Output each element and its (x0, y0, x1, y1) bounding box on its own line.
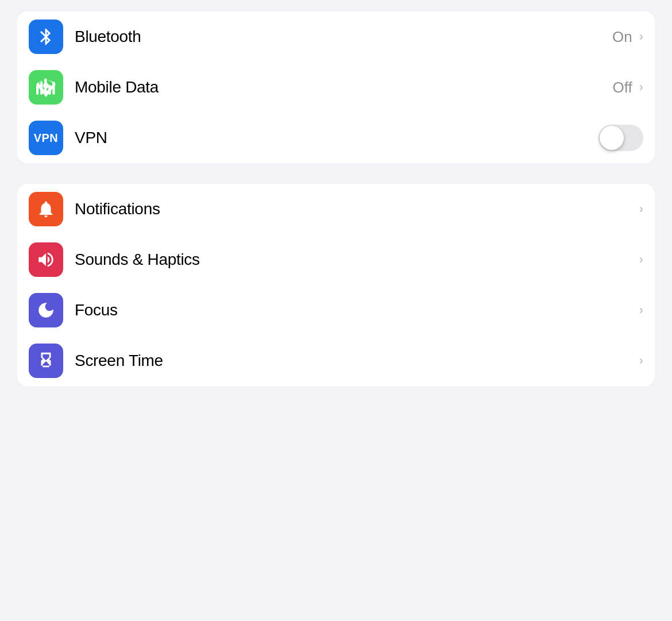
moon-icon (36, 300, 56, 320)
sounds-icon-wrapper (29, 242, 63, 277)
screen-time-label: Screen Time (75, 352, 637, 370)
mobile-data-value: Off (612, 79, 632, 97)
screen-time-chevron: › (639, 353, 643, 368)
vpn-row[interactable]: VPN VPN (17, 113, 655, 163)
bluetooth-chevron: › (639, 29, 643, 44)
vpn-icon-wrapper: VPN (29, 121, 63, 155)
focus-icon-wrapper (29, 293, 63, 327)
bluetooth-icon (36, 27, 56, 47)
bluetooth-label: Bluetooth (75, 28, 612, 46)
vpn-label: VPN (75, 129, 598, 147)
bell-icon (36, 199, 56, 219)
vpn-toggle[interactable] (598, 125, 643, 151)
vpn-icon-label: VPN (34, 132, 59, 145)
sounds-haptics-chevron: › (639, 252, 643, 267)
sounds-haptics-row[interactable]: Sounds & Haptics › (17, 234, 655, 285)
notifications-row[interactable]: Notifications › (17, 184, 655, 234)
screen-time-icon-wrapper (29, 344, 63, 378)
notifications-chevron: › (639, 202, 643, 217)
hourglass-icon (36, 351, 56, 371)
mobile-data-icon-wrapper (29, 70, 63, 105)
vpn-toggle-container (598, 125, 643, 151)
screen-time-row[interactable]: Screen Time › (17, 335, 655, 386)
cellular-icon (36, 78, 56, 97)
speaker-icon (36, 250, 56, 269)
notifications-label: Notifications (75, 200, 637, 218)
sounds-haptics-label: Sounds & Haptics (75, 250, 637, 269)
connectivity-group: Bluetooth On › Mobile Data Off › (17, 11, 655, 163)
bluetooth-icon-wrapper (29, 20, 63, 54)
bluetooth-value: On (612, 28, 632, 46)
settings-container: Bluetooth On › Mobile Data Off › (0, 0, 672, 418)
focus-label: Focus (75, 301, 637, 319)
system-group: Notifications › Sounds & Haptics › Focus… (17, 184, 655, 386)
focus-chevron: › (639, 303, 643, 318)
focus-row[interactable]: Focus › (17, 285, 655, 335)
bluetooth-row[interactable]: Bluetooth On › (17, 11, 655, 62)
notifications-icon-wrapper (29, 192, 63, 226)
mobile-data-chevron: › (639, 80, 643, 95)
mobile-data-label: Mobile Data (75, 78, 612, 97)
vpn-toggle-knob (600, 126, 624, 150)
mobile-data-row[interactable]: Mobile Data Off › (17, 62, 655, 113)
